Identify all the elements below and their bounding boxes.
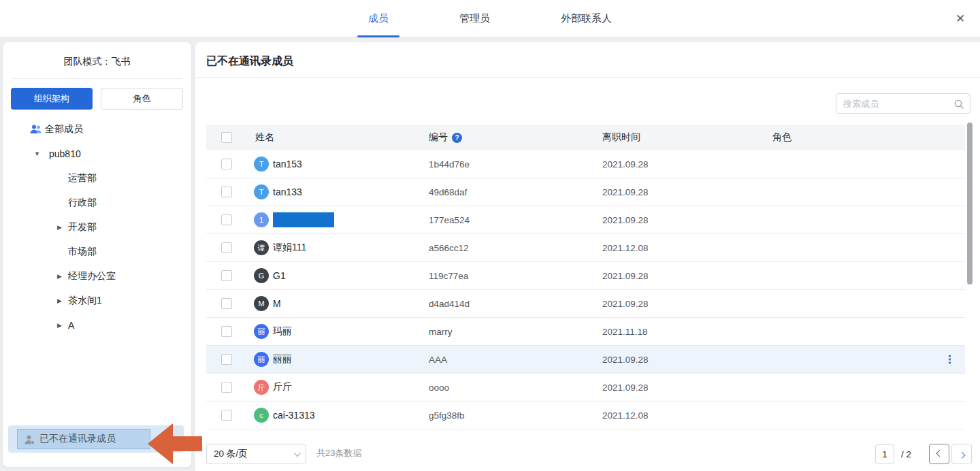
person-removed-icon <box>24 434 35 446</box>
tree-item-label: 开发部 <box>68 221 97 233</box>
member-code: 119c77ea <box>429 271 468 281</box>
member-code: oooo <box>429 383 449 393</box>
main-panel: 已不在通讯录成员 姓名 编号 ? 离职时间 角色 Ttan1531b44d76e… <box>195 42 980 471</box>
row-checkbox[interactable] <box>221 186 232 197</box>
sidebar-divider <box>12 78 182 79</box>
leave-date: 2021.11.18 <box>602 327 648 337</box>
tree-item-A[interactable]: ▶A <box>3 313 191 338</box>
table-row: 1177ea5242021.09.28 <box>206 206 965 234</box>
next-page-button[interactable] <box>951 444 972 464</box>
sidebar-item-offboarded-members[interactable]: 已不在通讯录成员 <box>8 425 184 453</box>
tab-1[interactable]: 管理员 <box>448 0 501 37</box>
tree-item-运营部[interactable]: 运营部 <box>3 166 191 191</box>
role-button[interactable]: 角色 <box>101 88 184 110</box>
table-row: Ttan1531b44d76e2021.09.28 <box>206 150 965 178</box>
avatar: 1 <box>254 212 269 227</box>
tree-item-行政部[interactable]: 行政部 <box>3 191 191 215</box>
close-icon[interactable]: ✕ <box>951 10 969 27</box>
member-code: marry <box>429 327 453 337</box>
caret-right-icon[interactable]: ▶ <box>57 322 62 329</box>
select-all-checkbox[interactable] <box>221 132 232 143</box>
tree-item-开发部[interactable]: ▶开发部 <box>3 215 191 240</box>
offboarded-members-label: 已不在通讯录成员 <box>39 433 116 445</box>
column-header-name: 姓名 <box>255 125 274 150</box>
chevron-right-icon <box>958 451 965 458</box>
leave-date: 2021.09.28 <box>602 299 649 309</box>
avatar: c <box>254 408 269 423</box>
row-checkbox[interactable] <box>221 326 232 337</box>
table-row: MMd4ad414d2021.09.28 <box>206 290 965 318</box>
title-divider <box>195 77 980 78</box>
member-name: 斤斤 <box>273 381 292 393</box>
avatar: T <box>254 184 269 199</box>
table-row: 斤斤斤oooo2021.09.28 <box>206 374 965 402</box>
caret-down-icon[interactable]: ▼ <box>34 150 40 157</box>
leave-date: 2021.09.28 <box>602 159 649 169</box>
leave-date: 2021.09.28 <box>602 187 649 197</box>
avatar: T <box>254 157 269 172</box>
member-name: tan133 <box>273 186 302 197</box>
row-checkbox[interactable] <box>221 298 232 309</box>
member-code: d4ad414d <box>429 299 470 309</box>
page-number-input[interactable] <box>875 444 894 464</box>
team-mode-label: 团队模式：飞书 <box>3 42 191 68</box>
row-checkbox[interactable] <box>221 242 232 253</box>
tree-item-label: A <box>68 320 74 331</box>
leave-date: 2021.12.08 <box>602 243 649 253</box>
caret-right-icon[interactable]: ▶ <box>57 297 62 304</box>
avatar: 丽 <box>254 352 269 367</box>
tree-item-市场部[interactable]: 市场部 <box>3 240 191 264</box>
chevron-left-icon <box>936 450 943 457</box>
tree-item-label: 全部成员 <box>45 123 83 135</box>
leave-date: 2021.09.28 <box>602 355 649 365</box>
tree-item-经理办公室[interactable]: ▶经理办公室 <box>3 264 191 289</box>
tree-item-label: 行政部 <box>68 197 97 209</box>
tree-item-label: 运营部 <box>68 172 97 184</box>
member-code: 177ea524 <box>429 215 470 225</box>
row-checkbox[interactable] <box>221 270 232 281</box>
page-total-label: / 2 <box>901 449 911 459</box>
tab-2[interactable]: 外部联系人 <box>550 0 623 37</box>
page-size-select[interactable]: 20 条/页 <box>206 444 306 464</box>
redacted-name-block <box>273 212 334 227</box>
caret-right-icon[interactable]: ▶ <box>57 224 62 231</box>
chevron-down-icon <box>294 450 301 457</box>
column-header-role: 角色 <box>772 125 791 150</box>
search-input[interactable] <box>836 94 970 113</box>
row-checkbox[interactable] <box>221 159 232 169</box>
member-name: G1 <box>273 270 286 281</box>
tree-item-pub810[interactable]: ▼pub810 <box>3 142 191 166</box>
leave-date: 2021.12.08 <box>602 410 649 421</box>
offboarded-members-selection[interactable]: 已不在通讯录成员 <box>17 429 150 449</box>
page-title: 已不在通讯录成员 <box>206 54 293 69</box>
member-name: 玛丽 <box>273 325 292 338</box>
tree-item-label: 茶水间1 <box>68 295 102 307</box>
tab-group: 成员管理员外部联系人 <box>357 0 623 37</box>
member-code: 1b44d76e <box>429 159 470 169</box>
tree-item-全部成员[interactable]: 全部成员 <box>3 117 191 142</box>
help-icon[interactable]: ? <box>452 133 462 143</box>
caret-right-icon[interactable]: ▶ <box>57 273 62 280</box>
kebab-menu-icon[interactable] <box>946 353 953 367</box>
org-tree: 全部成员▼pub810运营部行政部▶开发部市场部▶经理办公室▶茶水间1▶A <box>3 117 191 338</box>
table-row: 丽玛丽marry2021.11.18 <box>206 318 965 346</box>
tree-item-茶水间1[interactable]: ▶茶水间1 <box>3 289 191 313</box>
search-icon <box>953 99 964 110</box>
people-icon <box>30 125 42 135</box>
table-scrollbar[interactable] <box>967 123 973 285</box>
member-code: 49d68daf <box>429 187 467 197</box>
member-search <box>836 93 970 114</box>
member-code: g5fg38fb <box>429 410 465 421</box>
prev-page-button[interactable] <box>929 444 949 464</box>
sidebar: 团队模式：飞书 组织架构 角色 全部成员▼pub810运营部行政部▶开发部市场部… <box>3 42 191 467</box>
total-count-label: 共23条数据 <box>316 447 361 459</box>
tab-0[interactable]: 成员 <box>357 0 399 37</box>
leave-date: 2021.09.28 <box>602 271 649 281</box>
row-checkbox[interactable] <box>221 214 232 225</box>
org-structure-button[interactable]: 组织架构 <box>11 88 93 110</box>
row-checkbox[interactable] <box>221 382 232 393</box>
row-checkbox[interactable] <box>221 410 232 421</box>
leave-date: 2021.09.28 <box>602 383 649 393</box>
avatar: 谭 <box>254 240 269 255</box>
row-checkbox[interactable] <box>221 354 232 365</box>
